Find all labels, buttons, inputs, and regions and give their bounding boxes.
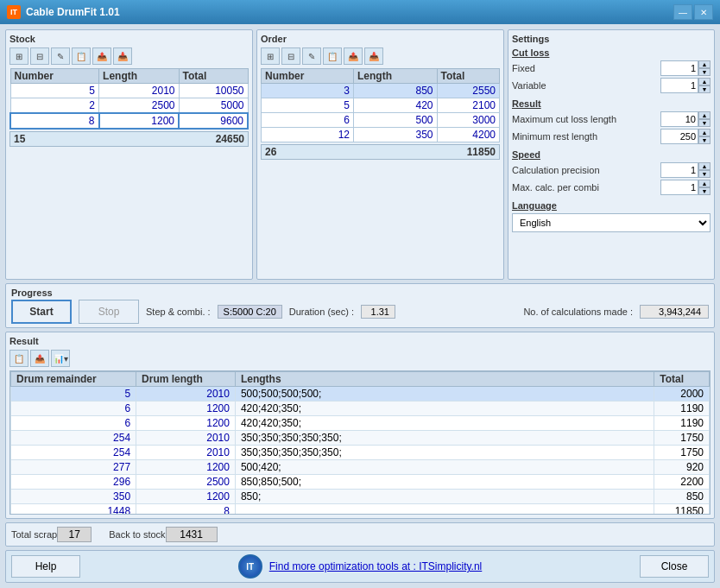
result-cell-drum-rem: 296	[11, 475, 136, 490]
order-footer-total: 11850	[467, 146, 496, 158]
result-cell-drum-len: 1200	[136, 416, 236, 431]
result-row[interactable]: 1448 8 11850	[11, 504, 710, 515]
app-icon: IT	[7, 5, 21, 19]
result-row[interactable]: 6 1200 420;420;350; 1190	[11, 401, 710, 416]
result-tb-btn-1[interactable]: 📋	[9, 350, 28, 367]
stock-tb-btn-3[interactable]: ✎	[51, 47, 70, 65]
order-tb-btn-3[interactable]: ✎	[302, 47, 321, 65]
result-tb-btn-2[interactable]: 📤	[30, 350, 49, 367]
bottom-row: Total scrap 17 Back to stock 1431	[5, 522, 715, 547]
company-link[interactable]: Find more optimization tools at : ITSimp…	[269, 560, 483, 572]
calc-prec-down[interactable]: ▼	[698, 170, 711, 178]
max-cut-down[interactable]: ▼	[698, 119, 711, 127]
order-cell-total: 3000	[437, 113, 499, 128]
result-row[interactable]: 254 2010 350;350;350;350;350; 1750	[11, 446, 710, 460]
result-row[interactable]: 254 2010 350;350;350;350;350; 1750	[11, 431, 710, 446]
stock-tb-btn-1[interactable]: ⊞	[9, 47, 28, 65]
max-calc-spin: ▲ ▼	[660, 180, 711, 195]
calc-prec-spin: ▲ ▼	[660, 162, 711, 178]
cutloss-variable-up[interactable]: ▲	[698, 78, 711, 85]
order-tb-btn-6[interactable]: 📥	[364, 47, 383, 65]
close-window-button[interactable]: ✕	[694, 4, 713, 20]
order-footer: 26 11850	[261, 144, 500, 160]
calc-prec-input[interactable]	[660, 162, 698, 178]
order-tb-btn-2[interactable]: ⊟	[281, 47, 300, 65]
calc-prec-spinbtns: ▲ ▼	[698, 162, 711, 178]
language-title: Language	[512, 200, 711, 211]
order-tb-btn-5[interactable]: 📤	[344, 47, 363, 65]
company-logo: IT	[238, 554, 262, 579]
minimize-button[interactable]: —	[673, 4, 692, 20]
cutloss-fixed-up[interactable]: ▲	[698, 60, 711, 68]
total-scrap-label: Total scrap	[11, 529, 57, 540]
cutloss-fixed-down[interactable]: ▼	[698, 68, 711, 76]
order-tb-btn-4[interactable]: 📋	[323, 47, 342, 65]
result-row[interactable]: 277 1200 500;420; 920	[11, 460, 710, 475]
stop-button[interactable]: Stop	[79, 300, 139, 324]
stock-panel: Stock ⊞ ⊟ ✎ 📋 📤 📥 Number Length Total	[5, 29, 253, 280]
stock-tb-btn-4[interactable]: 📋	[72, 47, 91, 65]
cutloss-variable-input[interactable]	[660, 78, 698, 93]
result-toolbar: 📋 📤 📊▾	[9, 350, 711, 367]
cutloss-variable-row: Variable ▲ ▼	[512, 78, 711, 93]
result-title: Result	[512, 98, 711, 109]
order-cell-number: 5	[262, 98, 354, 113]
result-row[interactable]: 296 2500 850;850;500; 2200	[11, 475, 710, 490]
result-cell-total: 1750	[654, 431, 710, 446]
step-combi-label: Step & combi. :	[146, 307, 211, 317]
result-row[interactable]: 6 1200 420;420;350; 1190	[11, 416, 710, 431]
max-cut-input[interactable]	[660, 111, 698, 127]
close-button[interactable]: Close	[640, 555, 709, 578]
max-calc-up[interactable]: ▲	[698, 180, 711, 187]
stock-tb-btn-6[interactable]: 📥	[113, 47, 132, 65]
order-toolbar: ⊞ ⊟ ✎ 📋 📤 📥	[261, 47, 500, 65]
calcs-label: No. of calculations made :	[523, 307, 633, 317]
cutloss-fixed-label: Fixed	[512, 63, 535, 73]
order-row[interactable]: 6 500 3000	[262, 113, 500, 128]
progress-row: Start Stop Step & combi. : S:5000 C:20 D…	[11, 300, 709, 324]
max-cut-up[interactable]: ▲	[698, 111, 711, 119]
order-tb-btn-1[interactable]: ⊞	[261, 47, 280, 65]
result-cell-drum-len: 1200	[136, 460, 236, 475]
max-calc-input[interactable]	[660, 180, 698, 195]
result-table-container[interactable]: Drum remainder Drum length Lengths Total…	[9, 370, 711, 515]
min-rest-down[interactable]: ▼	[698, 136, 711, 144]
result-cell-lengths	[235, 504, 654, 515]
start-button[interactable]: Start	[11, 300, 72, 324]
step-combi-value: S:5000 C:20	[218, 305, 282, 319]
stock-row[interactable]: 8 1200 9600	[10, 113, 248, 129]
duration-value: 1.31	[361, 305, 395, 319]
result-cell-total: 1190	[654, 416, 710, 431]
calc-prec-up[interactable]: ▲	[698, 162, 711, 170]
order-col-total: Total	[437, 69, 499, 84]
stock-row[interactable]: 2 2500 5000	[10, 98, 248, 114]
min-rest-up[interactable]: ▲	[698, 129, 711, 136]
order-panel: Order ⊞ ⊟ ✎ 📋 📤 📥 Number Length Total	[256, 29, 504, 280]
result-panel: Result 📋 📤 📊▾ Drum remainder Drum length…	[5, 332, 715, 519]
cutloss-variable-down[interactable]: ▼	[698, 85, 711, 93]
result-cell-lengths: 850;850;500;	[235, 475, 654, 490]
order-row[interactable]: 5 420 2100	[262, 98, 500, 113]
order-row[interactable]: 12 350 4200	[262, 128, 500, 142]
stock-col-total: Total	[179, 69, 248, 84]
stock-table: Number Length Total 5 2010 10050 2 2500 …	[9, 68, 249, 130]
stock-tb-btn-2[interactable]: ⊟	[30, 47, 49, 65]
help-button[interactable]: Help	[11, 555, 80, 578]
order-row[interactable]: 3 850 2550	[262, 84, 500, 98]
stock-row[interactable]: 5 2010 10050	[10, 84, 248, 98]
result-tb-btn-3[interactable]: 📊▾	[51, 350, 70, 367]
max-cut-label: Maximum cut loss length	[512, 114, 616, 124]
max-calc-down[interactable]: ▼	[698, 187, 711, 195]
back-to-stock-label: Back to stock	[109, 529, 165, 540]
result-row[interactable]: 350 1200 850; 850	[11, 490, 710, 504]
cutloss-fixed-input[interactable]	[660, 60, 698, 76]
min-rest-input[interactable]	[660, 129, 698, 144]
stock-cell-number: 8	[10, 113, 99, 129]
result-row[interactable]: 5 2010 500;500;500;500; 2000	[11, 387, 710, 401]
stock-tb-btn-5[interactable]: 📤	[92, 47, 111, 65]
max-calc-spinbtns: ▲ ▼	[698, 180, 711, 195]
cutloss-variable-label: Variable	[512, 80, 546, 91]
language-dropdown[interactable]: English Dutch German French	[512, 213, 711, 232]
speed-title: Speed	[512, 149, 711, 160]
stock-col-number: Number	[10, 69, 99, 84]
